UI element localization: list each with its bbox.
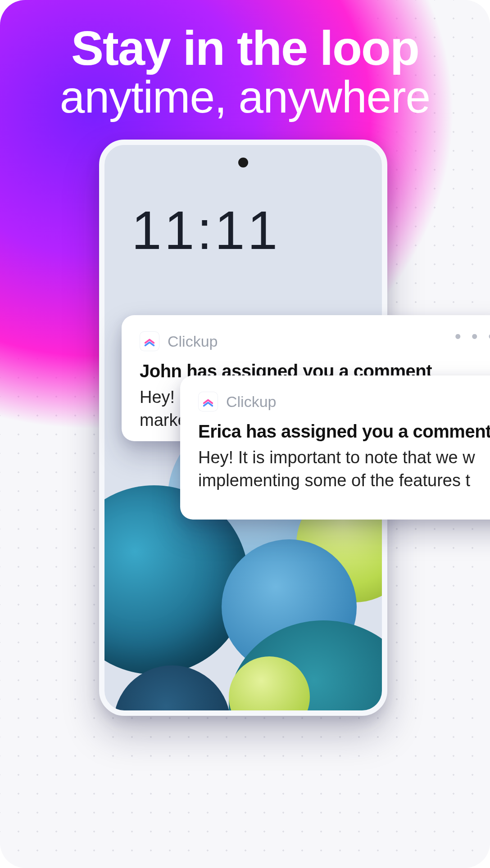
notification-card[interactable]: Clickup Erica has assigned you a comment… bbox=[180, 375, 490, 520]
clickup-logo-icon bbox=[198, 392, 218, 411]
promo-canvas: Stay in the loop anytime, anywhere 11:11… bbox=[0, 0, 490, 868]
clickup-logo-icon bbox=[140, 331, 159, 351]
notification-app-name: Clickup bbox=[168, 333, 218, 350]
notification-app-name: Clickup bbox=[226, 393, 276, 411]
headline-line1: Stay in the loop bbox=[0, 23, 490, 73]
headline-line2: anytime, anywhere bbox=[0, 73, 490, 121]
headline: Stay in the loop anytime, anywhere bbox=[0, 23, 490, 121]
phone-camera-dot bbox=[238, 158, 248, 167]
notification-title: Erica has assigned you a comment bbox=[198, 421, 490, 442]
wallpaper-blob bbox=[113, 665, 231, 716]
more-dots-icon[interactable]: • • • bbox=[455, 334, 490, 339]
notification-body: Hey! It is important to note that we w i… bbox=[198, 446, 490, 493]
lockscreen-time: 11:11 bbox=[132, 199, 280, 261]
